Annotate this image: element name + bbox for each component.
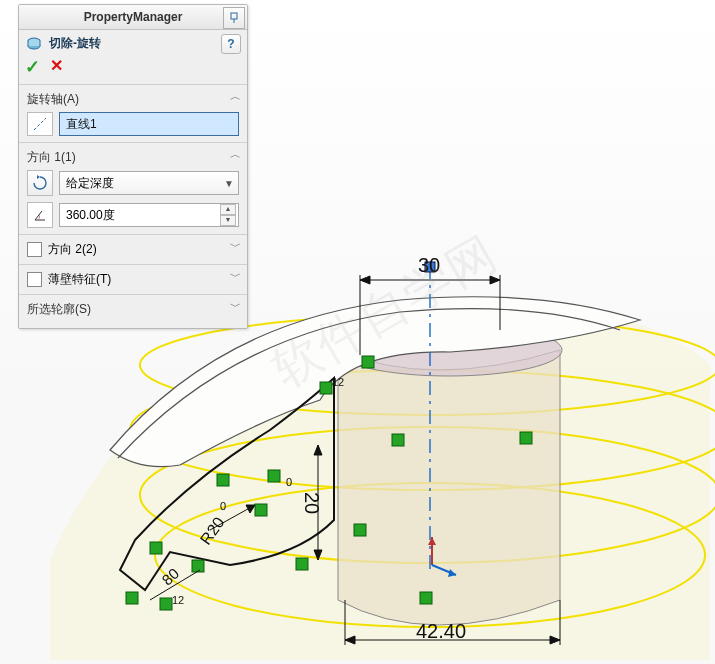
direction2-label: 方向 2(2) — [48, 241, 97, 258]
cut-revolve-icon — [25, 34, 43, 52]
reverse-icon — [32, 175, 48, 191]
panel-title-bar: PropertyManager — [19, 5, 247, 30]
dimension-30[interactable]: 30 — [418, 254, 440, 277]
svg-rect-19 — [126, 592, 138, 604]
collapse-dir2[interactable]: ﹀ — [230, 239, 241, 254]
collapse-contour[interactable]: ﹀ — [230, 299, 241, 314]
axis-selection-field[interactable]: 直线1 — [59, 112, 239, 136]
svg-rect-13 — [392, 434, 404, 446]
svg-rect-23 — [354, 524, 366, 536]
chevron-down-icon: ▼ — [224, 178, 234, 189]
dimension-0a[interactable]: 0 — [286, 476, 292, 488]
cancel-button[interactable]: ✕ — [50, 56, 63, 78]
collapse-dir1[interactable]: ︿ — [230, 147, 241, 162]
angle-input[interactable]: 360.00度 ▲ ▼ — [59, 203, 239, 227]
dimension-42-40[interactable]: 42.40 — [416, 620, 466, 643]
section-contour: 所选轮廓(S) ﹀ — [19, 294, 247, 328]
svg-rect-42 — [231, 13, 237, 19]
dimension-0b[interactable]: 0 — [220, 500, 226, 512]
pin-icon — [228, 12, 240, 24]
angle-spinner[interactable]: ▲ ▼ — [220, 204, 236, 226]
svg-rect-16 — [255, 504, 267, 516]
thin-feature-label: 薄壁特征(T) — [48, 271, 111, 288]
section-direction1: 方向 1(1) ︿ 给定深度 ▼ — [19, 142, 247, 234]
svg-marker-30 — [490, 276, 500, 284]
end-condition-value: 给定深度 — [66, 175, 114, 192]
section-thin: 薄壁特征(T) ﹀ — [19, 264, 247, 294]
dimension-12a[interactable]: 12 — [332, 376, 344, 388]
help-button[interactable]: ? — [221, 34, 241, 54]
svg-marker-29 — [360, 276, 370, 284]
collapse-axis[interactable]: ︿ — [230, 89, 241, 104]
ok-button[interactable]: ✓ — [25, 56, 40, 78]
svg-rect-14 — [520, 432, 532, 444]
section-direction2: 方向 2(2) ﹀ — [19, 234, 247, 264]
svg-rect-24 — [420, 592, 432, 604]
property-manager-panel: PropertyManager 切除-旋转 ? ✓ ✕ 旋转轴(A) ︿ — [18, 4, 248, 329]
axis-header: 旋转轴(A) — [27, 91, 239, 108]
pin-button[interactable] — [223, 7, 245, 29]
thin-feature-checkbox[interactable] — [27, 272, 42, 287]
dimension-20[interactable]: 20 — [300, 492, 323, 514]
dimension-12b[interactable]: 12 — [172, 594, 184, 606]
spin-down-icon[interactable]: ▼ — [220, 215, 236, 226]
svg-rect-22 — [296, 558, 308, 570]
reverse-direction-button[interactable] — [27, 170, 53, 196]
svg-rect-12 — [362, 356, 374, 368]
panel-title-text: PropertyManager — [84, 10, 183, 24]
collapse-thin[interactable]: ﹀ — [230, 269, 241, 284]
feature-header: 切除-旋转 ? — [19, 30, 247, 54]
end-condition-combo[interactable]: 给定深度 ▼ — [59, 171, 239, 195]
axis-value: 直线1 — [66, 116, 97, 133]
direction1-header: 方向 1(1) — [27, 149, 239, 166]
svg-rect-15 — [320, 382, 332, 394]
section-axis: 旋转轴(A) ︿ 直线1 — [19, 84, 247, 142]
svg-rect-21 — [192, 560, 204, 572]
axis-icon — [27, 112, 53, 136]
svg-rect-17 — [217, 474, 229, 486]
contour-header: 所选轮廓(S) — [27, 301, 239, 318]
svg-rect-25 — [268, 470, 280, 482]
feature-name: 切除-旋转 — [49, 35, 101, 52]
svg-rect-20 — [160, 598, 172, 610]
direction2-checkbox[interactable] — [27, 242, 42, 257]
angle-icon — [27, 202, 53, 228]
confirm-row: ✓ ✕ — [19, 54, 247, 84]
svg-line-45 — [34, 118, 46, 130]
angle-value: 360.00度 — [66, 207, 115, 224]
svg-rect-18 — [150, 542, 162, 554]
spin-up-icon[interactable]: ▲ — [220, 204, 236, 215]
svg-marker-46 — [37, 175, 40, 179]
help-icon: ? — [227, 37, 234, 51]
